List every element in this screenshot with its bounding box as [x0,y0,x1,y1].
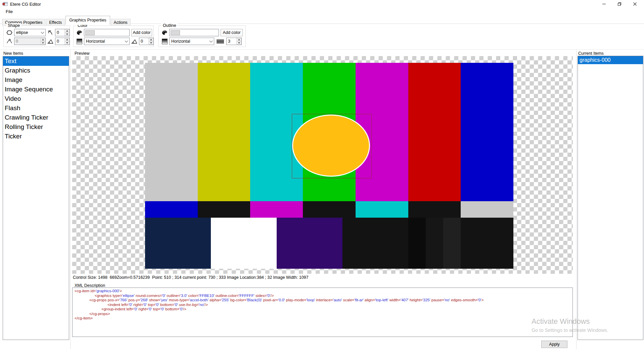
outline-gradient-value: Horizontal [171,39,190,44]
fill-gradient-angle-value: 0 [139,38,148,45]
chevron-down-icon [210,39,213,43]
selection-rectangle[interactable] [292,114,372,178]
close-icon[interactable] [627,0,643,8]
palette-icon [76,30,82,35]
fill-gradient-angle-spinner[interactable]: 0 [139,38,154,45]
tab-effects[interactable]: Effects [46,19,65,26]
spin-down-icon[interactable] [40,41,45,45]
bottom-segment-5 [426,218,443,269]
spin-up-icon[interactable] [64,29,70,33]
outline-color-swatch [171,30,180,35]
menu-bar: File [0,8,644,15]
outline-row-2: Horizontal 3 [162,38,242,45]
fill-color-swatch [85,30,95,35]
color-row-2: Horizontal 0 [76,38,154,45]
outline-group: Outline Add color Horizontal [158,26,246,47]
list-item-flash[interactable]: Flash [3,103,69,113]
list-item-video[interactable]: Video [3,94,69,103]
spin-down-icon[interactable] [236,41,241,45]
shape-group-label: Shape [6,23,21,28]
spin-down-icon[interactable] [64,41,70,45]
list-item-graphics-000[interactable]: graphics-000 [578,56,643,64]
castellation-segment-6 [461,201,513,218]
app-window: Etere CG Editor File Common PropertiesEf… [0,0,644,349]
spin-down-icon[interactable] [64,33,70,36]
color-group: Color Add color Horizontal [73,26,154,47]
xml-line: <group-indent left='0' right='0' top='0'… [75,307,570,312]
castellation-segment-5 [408,201,461,218]
line-width-icon [216,39,225,44]
list-item-image-sequence[interactable]: Image Sequence [3,85,69,94]
test-pattern-bottom-row [145,218,513,269]
list-item-text[interactable]: Text [3,56,69,66]
shape-angle-spinner[interactable]: 0 [55,38,70,45]
castellation-segment-3 [303,201,356,218]
bottom-segment-1 [211,218,277,269]
shape-type-select[interactable]: ellipse [14,29,46,36]
add-outline-color-button[interactable]: Add color [221,29,243,36]
spin-up-icon[interactable] [40,38,45,41]
fill-gradient-value: Horizontal [86,39,105,44]
toolbar-divider [0,49,644,50]
sides-spinner[interactable]: 0 [14,38,46,45]
xml-description-label: XML Description [75,283,105,288]
castellation-segment-1 [198,201,250,218]
window-title: Etere CG Editor [10,2,41,7]
bottom-segment-0 [145,218,211,269]
spin-up-icon[interactable] [148,38,153,41]
new-items-list[interactable]: TextGraphicsImageImage SequenceVideoFlas… [3,56,69,340]
left-panel-divider [70,50,71,349]
list-item-crawling-ticker[interactable]: Crawling Ticker [3,113,69,122]
xml-description-box[interactable]: <cg-item id='graphics-000'><graphics typ… [72,288,573,337]
round-corners-spinner[interactable]: 0 [55,29,70,36]
spin-down-icon[interactable] [148,41,153,45]
outline-width-spinner[interactable]: 3 [226,38,242,45]
tab-actions[interactable]: Actions [111,19,131,26]
outline-gradient-select[interactable]: Horizontal [169,38,214,45]
angle-icon [47,39,53,44]
xml-line: <cg-props pos-x='766' pos-y='268' show='… [75,298,570,303]
list-item-image[interactable]: Image [3,75,69,85]
new-items-label: New Items [3,51,23,56]
xml-line: <graphics type='ellipse' round-corners='… [75,294,570,298]
round-corners-value: 0 [55,29,64,36]
palette-icon [162,30,168,35]
castellation-segment-0 [145,201,198,218]
bottom-segment-7 [461,218,513,269]
arc-node-icon [6,39,12,44]
menu-item-file[interactable]: File [3,8,15,15]
current-items-list[interactable]: graphics-000 [578,56,643,340]
color-bar-5 [408,63,461,201]
spin-up-icon[interactable] [64,38,70,41]
fill-color-well[interactable] [84,29,130,36]
tab-bar: Common PropertiesEffectsGraphics Propert… [0,16,644,24]
xml-line: </cg-props> [75,312,570,316]
chevron-down-icon [125,39,128,43]
outline-row-1: Add color [162,29,243,36]
list-item-rolling-ticker[interactable]: Rolling Ticker [3,122,69,132]
apply-button[interactable]: Apply [541,341,567,348]
restore-icon[interactable] [612,0,627,8]
fill-gradient-select[interactable]: Horizontal [84,38,130,45]
gradient-icon [76,39,82,44]
outline-color-well[interactable] [169,29,219,36]
bottom-segment-3 [342,218,408,269]
castellation-segment-2 [250,201,303,218]
color-bar-1 [198,63,250,201]
list-item-ticker[interactable]: Ticker [3,132,69,141]
bottom-segment-6 [443,218,461,269]
tab-graphics-properties[interactable]: Graphics Properties [65,16,110,25]
color-bar-6 [461,63,513,201]
spin-up-icon[interactable] [236,38,241,41]
title-bar: Etere CG Editor [0,0,644,8]
status-bar: Control Size: 1498 669Zoom=0.5716239 Poi… [73,275,309,280]
minimize-icon[interactable] [596,0,612,8]
right-panel-divider [576,50,577,349]
shape-row-2: 0 0 [6,38,70,45]
add-fill-color-button[interactable]: Add color [131,29,152,36]
xml-line: <indent left='0' right='0' top='0' botto… [75,303,570,307]
preview-canvas[interactable] [72,56,573,274]
round-corners-icon [47,30,53,35]
list-item-graphics[interactable]: Graphics [3,66,69,75]
bottom-segment-2 [277,218,342,269]
